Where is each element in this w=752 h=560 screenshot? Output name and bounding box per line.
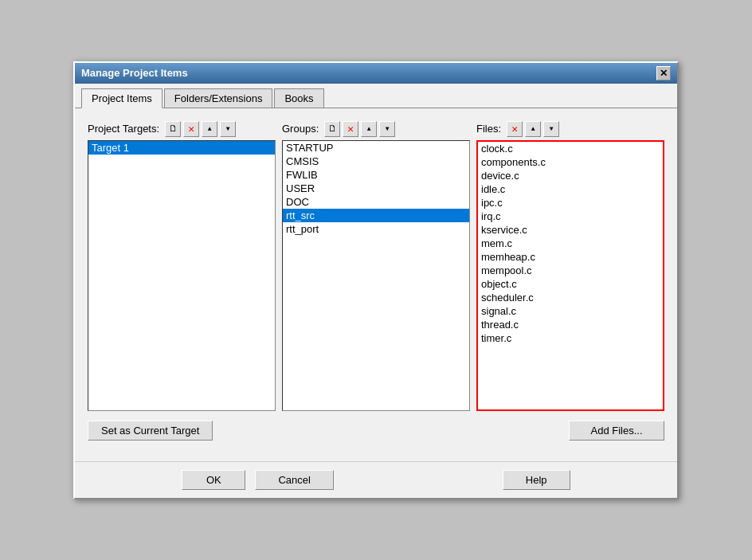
- list-item[interactable]: memheap.c: [478, 250, 663, 264]
- move-group-down-button[interactable]: [379, 121, 395, 137]
- tabs-bar: Project Items Folders/Extensions Books: [75, 84, 677, 108]
- list-item[interactable]: signal.c: [478, 304, 663, 318]
- files-panel: Files: ✕ clock.ccomponents.cdevice.cidle…: [476, 121, 664, 411]
- list-item[interactable]: mem.c: [478, 237, 663, 250]
- files-label: Files:: [476, 123, 501, 135]
- move-group-up-button[interactable]: [361, 121, 377, 137]
- help-button[interactable]: Help: [503, 470, 570, 490]
- project-targets-panel: Project Targets: ✕ Target 1: [88, 121, 276, 411]
- new-target-button[interactable]: [165, 121, 181, 137]
- groups-panel: Groups: ✕ STARTUPCMSISFWLIBUSERDOCrtt_sr…: [282, 121, 470, 411]
- delete-target-button[interactable]: ✕: [183, 121, 199, 137]
- list-item[interactable]: Target 1: [88, 141, 275, 155]
- list-item[interactable]: idle.c: [478, 182, 663, 196]
- list-item[interactable]: scheduler.c: [478, 291, 663, 304]
- list-item[interactable]: rtt_src: [283, 209, 469, 222]
- tab-project-items[interactable]: Project Items: [81, 88, 163, 108]
- list-item[interactable]: USER: [283, 182, 469, 195]
- bottom-row: Set as Current Target Add Files...: [88, 421, 664, 441]
- move-file-up-button[interactable]: [525, 121, 541, 137]
- list-item[interactable]: timer.c: [478, 331, 663, 345]
- dialog-title: Manage Project Items: [81, 67, 188, 79]
- delete-file-button[interactable]: ✕: [507, 121, 523, 137]
- list-item[interactable]: DOC: [283, 195, 469, 209]
- move-target-up-button[interactable]: [202, 121, 217, 137]
- dialog-body: Project Targets: ✕ Target 1 Groups: ✕: [75, 108, 677, 461]
- move-target-down-button[interactable]: [220, 121, 236, 137]
- files-header: Files: ✕: [476, 121, 664, 137]
- project-targets-header: Project Targets: ✕: [88, 121, 276, 137]
- list-item[interactable]: thread.c: [478, 318, 663, 331]
- dialog-footer: OK Cancel Help: [75, 461, 677, 498]
- project-targets-label: Project Targets:: [88, 123, 159, 135]
- groups-header: Groups: ✕: [282, 121, 470, 137]
- title-bar: Manage Project Items ✕: [75, 63, 677, 84]
- list-item[interactable]: kservice.c: [478, 223, 663, 237]
- cancel-button[interactable]: Cancel: [255, 470, 333, 490]
- list-item[interactable]: STARTUP: [283, 141, 469, 155]
- close-button[interactable]: ✕: [656, 66, 671, 80]
- ok-button[interactable]: OK: [182, 470, 245, 490]
- move-file-down-button[interactable]: [543, 121, 559, 137]
- new-group-button[interactable]: [324, 121, 340, 137]
- list-item[interactable]: CMSIS: [283, 155, 469, 168]
- list-item[interactable]: mempool.c: [478, 264, 663, 277]
- files-list[interactable]: clock.ccomponents.cdevice.cidle.cipc.cir…: [476, 140, 664, 411]
- list-item[interactable]: ipc.c: [478, 196, 663, 210]
- list-item[interactable]: clock.c: [478, 142, 663, 155]
- delete-group-button[interactable]: ✕: [343, 121, 358, 137]
- groups-list[interactable]: STARTUPCMSISFWLIBUSERDOCrtt_srcrtt_port: [282, 140, 470, 411]
- add-files-button[interactable]: Add Files...: [569, 421, 664, 441]
- list-item[interactable]: irq.c: [478, 210, 663, 223]
- list-item[interactable]: components.c: [478, 155, 663, 169]
- list-item[interactable]: rtt_port: [283, 222, 469, 236]
- groups-label: Groups:: [282, 123, 319, 135]
- list-item[interactable]: device.c: [478, 169, 663, 182]
- project-targets-list[interactable]: Target 1: [88, 140, 276, 411]
- list-item[interactable]: object.c: [478, 277, 663, 291]
- panels-row: Project Targets: ✕ Target 1 Groups: ✕: [88, 121, 664, 411]
- list-item[interactable]: FWLIB: [283, 168, 469, 182]
- manage-project-items-dialog: Manage Project Items ✕ Project Items Fol…: [73, 61, 679, 499]
- tab-folders-extensions[interactable]: Folders/Extensions: [164, 88, 273, 108]
- tab-books[interactable]: Books: [274, 88, 323, 108]
- set-current-target-button[interactable]: Set as Current Target: [88, 421, 213, 441]
